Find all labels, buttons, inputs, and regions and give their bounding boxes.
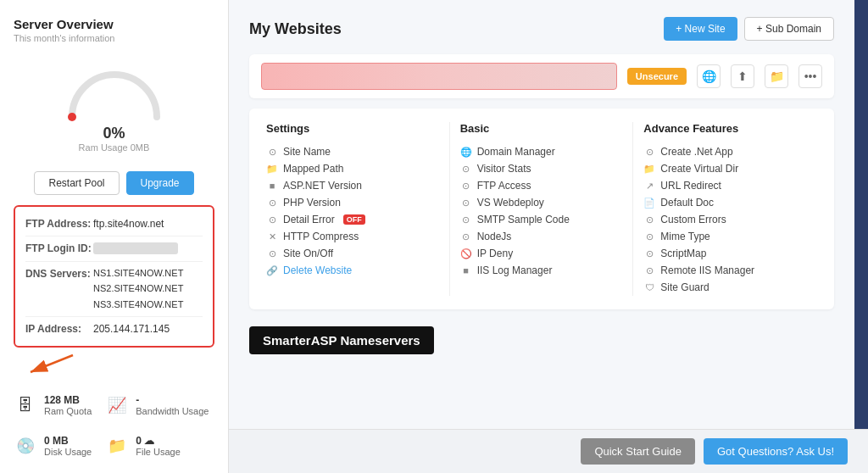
- sidebar-title: Server Overview: [14, 17, 214, 31]
- menu-delete-label: Delete Website: [283, 264, 352, 276]
- ram-quota-stat: 🗄 128 MB Ram Quota: [14, 393, 92, 417]
- menu-custom-errors[interactable]: ⊙ Custom Errors: [643, 211, 807, 228]
- menu-default-doc[interactable]: 📄 Default Doc: [643, 194, 807, 211]
- menu-scriptmap-label: ScriptMap: [660, 248, 706, 259]
- menu-smtp-sample[interactable]: ⊙ SMTP Sample Code: [460, 211, 623, 228]
- delete-icon: 🔗: [266, 264, 278, 276]
- menu-mapped-path-label: Mapped Path: [283, 163, 343, 175]
- menu-nodejs-label: NodeJs: [477, 231, 512, 242]
- ftp-access-icon: ⊙: [460, 180, 472, 192]
- menu-ftp-access[interactable]: ⊙ FTP Access: [460, 177, 623, 194]
- menu-remote-iis[interactable]: ⊙ Remote IIS Manager: [643, 262, 807, 279]
- menu-vs-webdeploy[interactable]: ⊙ VS Webdeploy: [460, 194, 623, 211]
- menu-site-onoff[interactable]: ⊙ Site On/Off: [266, 245, 439, 262]
- disk-icon: 💿: [14, 434, 37, 458]
- ip-deny-icon: 🚫: [460, 248, 472, 259]
- upload-icon[interactable]: ⬆: [731, 64, 754, 88]
- aspnet-icon: ■: [266, 180, 278, 192]
- menu-iis-log-label: IIS Log Manager: [477, 264, 553, 276]
- dns-servers: NS1.SITE4NOW.NET NS2.SITE4NOW.NET NS3.SI…: [93, 265, 183, 313]
- basic-column: Basic 🌐 Domain Manager ⊙ Visitor Stats ⊙…: [450, 122, 634, 296]
- menu-create-net-label: Create .Net App: [660, 146, 732, 158]
- php-icon: ⊙: [266, 197, 278, 209]
- menu-domain-manager[interactable]: 🌐 Domain Manager: [460, 143, 623, 160]
- globe-icon[interactable]: 🌐: [697, 64, 721, 88]
- gauge-label: Ram Usage 0MB: [79, 142, 150, 153]
- website-row: Unsecure 🌐 ⬆ 📁 •••: [249, 54, 834, 98]
- menu-site-name[interactable]: ⊙ Site Name: [266, 143, 439, 160]
- dns-row: DNS Servers: NS1.SITE4NOW.NET NS2.SITE4N…: [25, 265, 203, 313]
- menu-delete-website[interactable]: 🔗 Delete Website: [266, 262, 439, 279]
- site-onoff-icon: ⊙: [266, 248, 278, 259]
- mime-type-icon: ⊙: [643, 231, 655, 242]
- disk-value: 0 MB: [44, 435, 92, 447]
- menu-custom-errors-label: Custom Errors: [660, 214, 726, 225]
- dns-server-1: NS1.SITE4NOW.NET: [93, 265, 183, 281]
- settings-col-title: Settings: [266, 122, 439, 135]
- menu-nodejs[interactable]: ⊙ NodeJs: [460, 228, 623, 245]
- file-stat: 📁 0 ☁ File Usage: [105, 434, 181, 458]
- arrow-svg: [14, 351, 81, 376]
- nodejs-icon: ⊙: [460, 231, 472, 242]
- menu-http-compress-label: HTTP Compress: [283, 231, 359, 242]
- quick-start-button[interactable]: Quick Start Guide: [581, 438, 695, 465]
- ram-value: 128 MB: [44, 394, 92, 406]
- create-virtual-icon: 📁: [643, 163, 655, 175]
- restart-pool-button[interactable]: Restart Pool: [34, 171, 119, 195]
- menu-smtp-label: SMTP Sample Code: [477, 214, 570, 225]
- right-rail: [854, 0, 868, 473]
- bandwidth-stat: 📈 - Bandwidth Usage: [105, 393, 209, 417]
- file-label: File Usage: [136, 447, 181, 457]
- menu-create-net[interactable]: ⊙ Create .Net App: [643, 143, 807, 160]
- stats-row-2: 💿 0 MB Disk Usage 📁 0 ☁ File Usage: [14, 434, 214, 458]
- got-questions-button[interactable]: Got Questions? Ask Us!: [704, 438, 848, 465]
- detail-error-icon: ⊙: [266, 214, 278, 225]
- ftp-login-value: [93, 242, 178, 254]
- more-icon[interactable]: •••: [798, 64, 822, 88]
- menu-php[interactable]: ⊙ PHP Version: [266, 194, 439, 211]
- arrow-annotation: [14, 351, 214, 376]
- upgrade-button[interactable]: Upgrade: [126, 171, 194, 195]
- file-value: 0 ☁: [136, 435, 181, 447]
- basic-col-title: Basic: [460, 122, 623, 135]
- vs-webdeploy-icon: ⊙: [460, 197, 472, 209]
- disk-label: Disk Usage: [44, 447, 92, 457]
- menu-site-onoff-label: Site On/Off: [283, 248, 333, 259]
- site-guard-icon: 🛡: [643, 281, 655, 293]
- advance-col-title: Advance Features: [643, 122, 807, 135]
- menu-visitor-stats-label: Visitor Stats: [477, 163, 531, 175]
- menu-aspnet-label: ASP.NET Version: [283, 180, 362, 192]
- ip-address: 205.144.171.145: [93, 320, 170, 337]
- menu-url-redirect[interactable]: ↗ URL Redirect: [643, 177, 807, 194]
- menu-site-guard[interactable]: 🛡 Site Guard: [643, 279, 807, 296]
- menu-detail-error-label: Detail Error: [283, 214, 335, 225]
- menu-php-label: PHP Version: [283, 197, 341, 209]
- folder-icon[interactable]: 📁: [765, 64, 788, 88]
- menu-http-compress[interactable]: ✕ HTTP Compress: [266, 228, 439, 245]
- menu-visitor-stats[interactable]: ⊙ Visitor Stats: [460, 160, 623, 177]
- menu-ip-deny-label: IP Deny: [477, 248, 513, 259]
- domain-manager-icon: 🌐: [460, 146, 472, 158]
- page-title: My Websites: [249, 20, 342, 38]
- new-site-button[interactable]: + New Site: [664, 17, 737, 41]
- menu-aspnet[interactable]: ■ ASP.NET Version: [266, 177, 439, 194]
- menu-scriptmap[interactable]: ⊙ ScriptMap: [643, 245, 807, 262]
- off-badge: OFF: [343, 214, 365, 225]
- gauge-percent: 0%: [103, 125, 125, 142]
- menu-remote-iis-label: Remote IIS Manager: [660, 264, 754, 276]
- http-compress-icon: ✕: [266, 231, 278, 242]
- visitor-stats-icon: ⊙: [460, 163, 472, 175]
- custom-errors-icon: ⊙: [643, 214, 655, 225]
- menu-create-virtual[interactable]: 📁 Create Virtual Dir: [643, 160, 807, 177]
- menu-iis-log[interactable]: ■ IIS Log Manager: [460, 262, 623, 279]
- annotation-banner: SmarterASP Nameservers: [249, 326, 834, 354]
- gauge-svg: [64, 62, 165, 121]
- menu-detail-error[interactable]: ⊙ Detail Error OFF: [266, 211, 439, 228]
- disk-stat: 💿 0 MB Disk Usage: [14, 434, 92, 458]
- action-buttons: Restart Pool Upgrade: [14, 171, 214, 195]
- menu-mime-type[interactable]: ⊙ Mime Type: [643, 228, 807, 245]
- menu-vs-webdeploy-label: VS Webdeploy: [477, 197, 544, 209]
- menu-mapped-path[interactable]: 📁 Mapped Path: [266, 160, 439, 177]
- menu-ip-deny[interactable]: 🚫 IP Deny: [460, 245, 623, 262]
- sub-domain-button[interactable]: + Sub Domain: [744, 17, 834, 41]
